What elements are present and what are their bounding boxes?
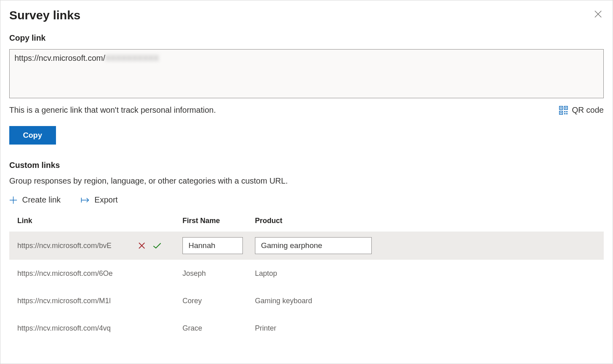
table-row[interactable]: https://ncv.microsoft.com/bvE xyxy=(9,232,604,260)
x-icon xyxy=(138,242,145,249)
first-name-cell: Joseph xyxy=(182,269,255,278)
svg-rect-8 xyxy=(564,113,565,114)
product-cell: Gaming keyboard xyxy=(255,297,596,305)
custom-links-actions: Create link Export xyxy=(9,195,604,205)
custom-links-description: Group responses by region, language, or … xyxy=(9,176,604,186)
row-actions xyxy=(138,242,182,249)
check-icon xyxy=(153,242,162,249)
link-cell: https://ncv.microsoft.com/M1l xyxy=(17,297,138,305)
export-icon xyxy=(81,196,90,204)
column-header-link: Link xyxy=(17,217,182,225)
table-header-row: Link First Name Product xyxy=(9,217,604,232)
survey-link-prefix: https://ncv.microsoft.com/ xyxy=(14,54,105,62)
table-row[interactable]: https://ncv.microsoft.com/4vq Grace Prin… xyxy=(9,314,604,342)
custom-links-table: Link First Name Product https://ncv.micr… xyxy=(9,217,604,342)
confirm-edit-button[interactable] xyxy=(153,242,162,249)
survey-link-field[interactable]: https://ncv.microsoft.com/XXXXXXXXXX xyxy=(9,49,604,98)
survey-link-suffix-redacted: XXXXXXXXXX xyxy=(105,54,159,62)
column-header-product: Product xyxy=(255,217,596,225)
close-button[interactable] xyxy=(592,8,604,20)
table-row[interactable]: https://ncv.microsoft.com/M1l Corey Gami… xyxy=(9,287,604,314)
svg-rect-7 xyxy=(566,111,567,112)
create-link-label: Create link xyxy=(22,195,61,205)
close-icon xyxy=(594,10,602,18)
svg-rect-1 xyxy=(561,107,562,108)
link-cell: https://ncv.microsoft.com/6Oe xyxy=(17,269,138,278)
qr-code-icon xyxy=(559,106,568,115)
svg-rect-9 xyxy=(566,113,567,114)
export-label: Export xyxy=(95,195,118,205)
product-input[interactable] xyxy=(255,237,372,254)
survey-links-panel: Survey links Copy link https://ncv.micro… xyxy=(0,0,613,364)
panel-title: Survey links xyxy=(9,8,81,22)
copy-button[interactable]: Copy xyxy=(9,126,56,145)
generic-link-helper: This is a generic link that won't track … xyxy=(9,105,216,115)
svg-rect-5 xyxy=(561,112,562,113)
product-cell: Printer xyxy=(255,324,596,333)
panel-header: Survey links xyxy=(9,8,604,33)
link-cell: https://ncv.microsoft.com/bvE xyxy=(17,242,138,250)
plus-icon xyxy=(9,196,17,204)
table-row[interactable]: https://ncv.microsoft.com/6Oe Joseph Lap… xyxy=(9,260,604,287)
custom-links-heading: Custom links xyxy=(9,161,604,170)
qr-code-button[interactable]: QR code xyxy=(559,105,604,115)
copy-link-section: Copy link https://ncv.microsoft.com/XXXX… xyxy=(9,33,604,145)
qr-code-label: QR code xyxy=(572,105,604,115)
first-name-cell: Corey xyxy=(182,297,255,305)
first-name-cell xyxy=(182,237,255,254)
export-button[interactable]: Export xyxy=(81,195,118,205)
svg-rect-3 xyxy=(565,107,567,108)
product-cell xyxy=(255,237,596,254)
create-link-button[interactable]: Create link xyxy=(9,195,61,205)
copy-link-heading: Copy link xyxy=(9,33,604,43)
svg-rect-6 xyxy=(564,111,565,112)
column-header-first-name: First Name xyxy=(182,217,255,225)
first-name-cell: Grace xyxy=(182,324,255,333)
custom-links-section: Custom links Group responses by region, … xyxy=(9,161,604,342)
copy-link-subrow: This is a generic link that won't track … xyxy=(9,105,604,115)
cancel-edit-button[interactable] xyxy=(138,242,145,249)
link-cell: https://ncv.microsoft.com/4vq xyxy=(17,324,138,333)
first-name-input[interactable] xyxy=(182,237,243,254)
product-cell: Laptop xyxy=(255,269,596,278)
